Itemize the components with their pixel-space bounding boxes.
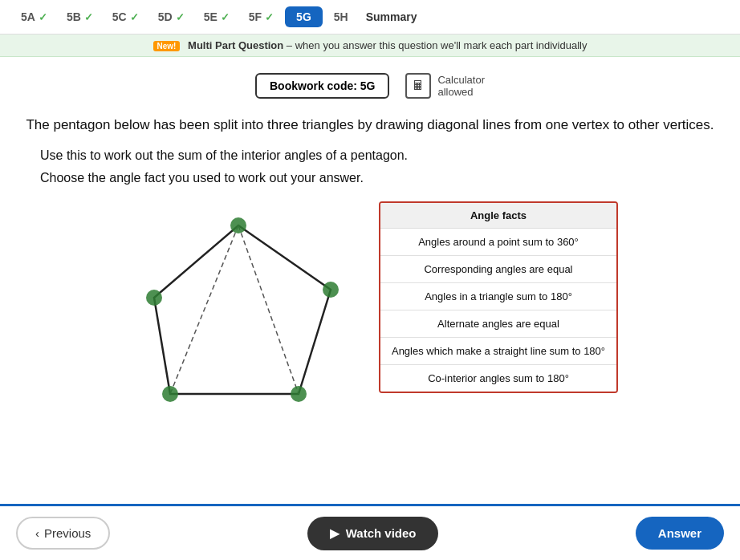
angle-fact-item-5[interactable]: Co-interior angles sum to 180° [380, 365, 616, 392]
new-badge: New! [153, 41, 181, 51]
calculator-sub: allowed [437, 86, 485, 98]
check-icon-5d: ✓ [176, 11, 185, 23]
nav-label-5h: 5H [334, 10, 348, 23]
calculator-text: Calculator allowed [437, 74, 485, 98]
bookwork-row: Bookwork code: 5G 🖩 Calculator allowed [24, 73, 716, 99]
angle-fact-item-4[interactable]: Angles which make a straight line sum to… [380, 338, 616, 365]
check-icon-5b: ✓ [84, 11, 93, 23]
nav-label-5b: 5B [67, 10, 81, 23]
svg-point-4 [323, 282, 339, 298]
nav-label-5f: 5F [249, 10, 262, 23]
nav-item-5f[interactable]: 5F ✓ [241, 7, 282, 26]
angle-facts-box: Angle facts Angles around a point sum to… [379, 201, 618, 393]
watch-video-label: Watch video [346, 526, 417, 540]
nav-label-5d: 5D [158, 10, 173, 23]
nav-item-5d[interactable]: 5D ✓ [150, 7, 193, 26]
svg-point-7 [146, 290, 162, 306]
nav-item-5c[interactable]: 5C ✓ [104, 7, 147, 26]
svg-line-1 [238, 225, 299, 394]
svg-line-2 [170, 225, 238, 394]
angle-fact-item-2[interactable]: Angles in a triangle sum to 180° [380, 283, 616, 310]
angle-fact-item-0[interactable]: Angles around a point sum to 360° [380, 229, 616, 256]
nav-item-5g[interactable]: 5G [285, 6, 323, 27]
check-icon-5f: ✓ [265, 11, 274, 23]
nav-label-5g: 5G [296, 10, 311, 23]
check-icon-5a: ✓ [39, 11, 47, 23]
angle-fact-item-1[interactable]: Corresponding angles are equal [380, 256, 616, 283]
check-icon-5c: ✓ [130, 11, 139, 23]
calculator-icon: 🖩 [405, 73, 431, 99]
multipart-title: Multi Part Question [188, 39, 283, 51]
svg-point-5 [291, 386, 307, 402]
answer-label: Answer [658, 526, 701, 540]
svg-point-3 [230, 217, 246, 233]
bottom-bar: ‹ Previous ▶ Watch video Answer [0, 504, 740, 560]
nav-label-5c: 5C [112, 10, 127, 23]
question-main: The pentagon below has been split into t… [24, 115, 716, 136]
angle-facts-header: Angle facts [380, 203, 616, 229]
nav-summary[interactable]: Summary [366, 10, 417, 23]
chevron-left-icon: ‹ [35, 526, 39, 540]
video-icon: ▶ [330, 526, 340, 541]
main-content: Bookwork code: 5G 🖩 Calculator allowed T… [0, 57, 740, 522]
previous-label: Previous [44, 526, 91, 540]
nav-item-5h[interactable]: 5H [326, 7, 356, 26]
multipart-banner: New! Multi Part Question – when you answ… [0, 34, 740, 57]
diagram-row: Angle facts Angles around a point sum to… [24, 201, 716, 426]
bookwork-code: Bookwork code: 5G [255, 73, 389, 99]
pentagon-diagram [122, 201, 347, 426]
watch-video-button[interactable]: ▶ Watch video [307, 517, 439, 550]
calculator-info: 🖩 Calculator allowed [405, 73, 485, 99]
angle-fact-item-3[interactable]: Alternate angles are equal [380, 310, 616, 338]
check-icon-5e: ✓ [221, 11, 230, 23]
nav-item-5e[interactable]: 5E ✓ [196, 7, 238, 26]
nav-label-5a: 5A [21, 10, 35, 23]
previous-button[interactable]: ‹ Previous [16, 517, 110, 550]
multipart-description: – when you answer this question we'll ma… [287, 39, 588, 51]
question-sub1: Use this to work out the sum of the inte… [40, 148, 716, 163]
calculator-label: Calculator [437, 74, 485, 86]
answer-button[interactable]: Answer [636, 517, 724, 550]
nav-item-5b[interactable]: 5B ✓ [59, 7, 101, 26]
nav-item-5a[interactable]: 5A ✓ [13, 7, 55, 26]
top-navigation: 5A ✓ 5B ✓ 5C ✓ 5D ✓ 5E ✓ 5F ✓ 5G 5H Summ… [0, 0, 740, 34]
question-sub2: Choose the angle fact you used to work o… [40, 171, 716, 185]
svg-point-6 [162, 386, 178, 402]
nav-label-5e: 5E [204, 10, 218, 23]
